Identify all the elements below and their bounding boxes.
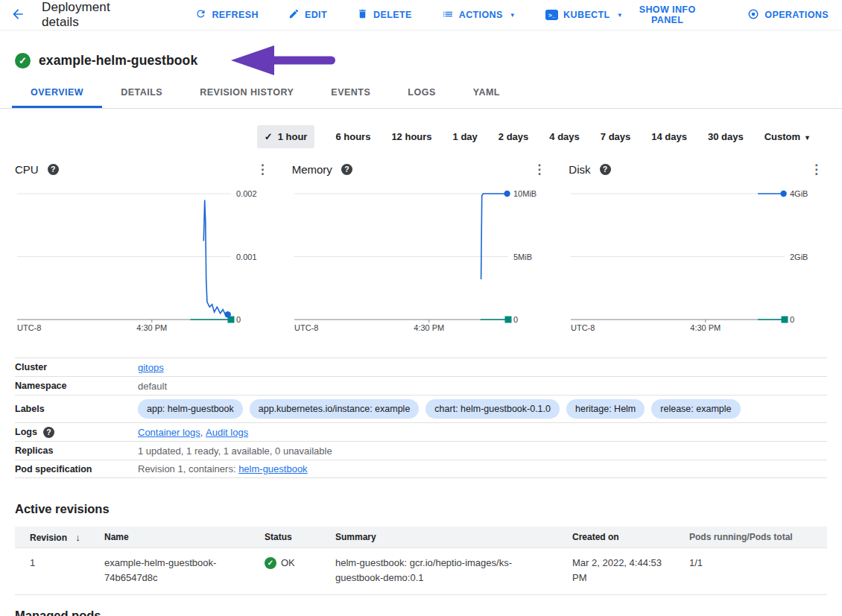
delete-icon: [357, 8, 368, 22]
time-range-1-hour[interactable]: ✓ 1 hour: [257, 125, 315, 148]
actions-menu-button[interactable]: ACTIONS ▼: [442, 8, 516, 22]
svg-text:4:30 PM: 4:30 PM: [691, 323, 721, 332]
revision-cell: 1: [15, 556, 104, 571]
svg-text:UTC-8: UTC-8: [17, 323, 41, 332]
toolbar-actions: REFRESH EDIT DELETE ACTIONS ▼ >_ KUBECTL…: [195, 8, 623, 22]
actions-list-icon: [442, 8, 454, 22]
deployment-details-list: Cluster gitops Namespace default Labels …: [15, 358, 827, 478]
svg-text:0: 0: [513, 315, 518, 324]
sort-desc-icon[interactable]: ↓: [75, 532, 80, 543]
page-title: Deployment details: [42, 0, 149, 30]
operations-icon: [747, 8, 759, 22]
operations-button[interactable]: OPERATIONS: [747, 8, 829, 22]
help-icon[interactable]: ?: [43, 427, 54, 438]
svg-text:UTC-8: UTC-8: [294, 323, 318, 332]
time-range-12-hours[interactable]: 12 hours: [391, 131, 431, 142]
time-range-6-hours[interactable]: 6 hours: [335, 131, 370, 142]
time-range-4-days[interactable]: 4 days: [549, 131, 579, 142]
table-header-row: Revision ↓ Name Status Summary Created o…: [15, 527, 827, 548]
svg-text:0.001: 0.001: [236, 253, 257, 261]
created-on-cell: Mar 2, 2022, 4:44:53 PM: [572, 556, 689, 585]
pods-cell: 1/1: [689, 556, 827, 571]
namespace-row: Namespace default: [15, 376, 827, 395]
container-logs-link[interactable]: Container logs: [138, 427, 200, 438]
cpu-chart: 0.0020.0010UTC-84:30 PM: [15, 183, 273, 332]
status-ok-icon: ✓: [265, 557, 276, 569]
label-chip: release: example: [651, 399, 740, 419]
namespace-value: default: [138, 381, 167, 392]
more-vert-icon[interactable]: ⋮: [252, 163, 273, 176]
memory-chart-title: Memory: [292, 163, 332, 176]
tab-overview[interactable]: OVERVIEW: [12, 78, 102, 108]
edit-icon: [288, 8, 300, 22]
cluster-link[interactable]: gitops: [138, 362, 164, 373]
kubectl-menu-button[interactable]: >_ KUBECTL ▼: [545, 10, 623, 20]
svg-text:0: 0: [790, 315, 794, 324]
disk-chart-title: Disk: [569, 163, 590, 176]
col-revision: Revision: [30, 533, 67, 543]
tab-logs[interactable]: LOGS: [389, 78, 454, 108]
svg-text:0.002: 0.002: [236, 189, 257, 198]
cpu-chart-title: CPU: [15, 163, 39, 176]
more-vert-icon[interactable]: ⋮: [805, 163, 827, 176]
svg-text:4GiB: 4GiB: [790, 189, 808, 198]
col-name: Name: [104, 532, 265, 542]
tab-yaml[interactable]: YAML: [455, 78, 519, 108]
time-range-30-days[interactable]: 30 days: [708, 131, 744, 142]
col-created-on: Created on: [572, 532, 689, 542]
metrics-charts: CPU ? ⋮ 0.0020.0010UTC-84:30 PM Memory ?…: [0, 158, 842, 332]
delete-button[interactable]: DELETE: [357, 8, 412, 22]
chevron-down-icon: ▼: [510, 12, 516, 19]
deployment-name: example-helm-guestbook: [39, 53, 197, 69]
replicas-row: Replicas 1 updated, 1 ready, 1 available…: [15, 441, 827, 460]
tab-bar: OVERVIEW DETAILS REVISION HISTORY EVENTS…: [0, 78, 842, 109]
cluster-label: Cluster: [15, 362, 138, 372]
container-link[interactable]: helm-guestbook: [238, 463, 308, 474]
namespace-label: Namespace: [15, 381, 138, 391]
tab-details[interactable]: DETAILS: [102, 78, 181, 108]
active-revisions-heading: Active revisions: [15, 502, 842, 516]
show-info-panel-button[interactable]: SHOW INFO PANEL: [623, 4, 712, 25]
chevron-down-icon: ▼: [804, 134, 811, 142]
cpu-chart-panel: CPU ? ⋮ 0.0020.0010UTC-84:30 PM: [15, 158, 273, 332]
name-cell: example-helm-guestbook-74b6547d8c: [104, 556, 265, 585]
time-range-custom[interactable]: Custom▼: [765, 131, 811, 142]
refresh-button[interactable]: REFRESH: [195, 8, 259, 22]
edit-button[interactable]: EDIT: [288, 8, 327, 22]
replicas-value: 1 updated, 1 ready, 1 available, 0 unava…: [138, 445, 332, 457]
status-text: OK: [281, 556, 295, 571]
svg-text:4:30 PM: 4:30 PM: [414, 323, 444, 332]
time-range-selector: ✓ 1 hour 6 hours 12 hours 1 day 2 days 4…: [0, 124, 811, 149]
labels-label: Labels: [15, 404, 138, 414]
pod-spec-label: Pod specification: [15, 464, 138, 474]
label-chip: heritage: Helm: [566, 399, 645, 419]
tab-revision-history[interactable]: REVISION HISTORY: [181, 78, 312, 108]
audit-logs-link[interactable]: Audit logs: [206, 427, 248, 438]
time-range-1-day[interactable]: 1 day: [453, 131, 478, 142]
disk-chart: 4GiB2GiB0UTC-84:30 PM: [569, 183, 827, 332]
deployment-header: ✓ example-helm-guestbook: [15, 50, 842, 71]
summary-cell: helm-guestbook: gcr.io/heptio-images/ks-…: [335, 556, 572, 585]
active-revisions-table: Revision ↓ Name Status Summary Created o…: [15, 527, 827, 595]
time-range-14-days[interactable]: 14 days: [651, 131, 687, 142]
tab-events[interactable]: EVENTS: [312, 78, 389, 108]
back-button[interactable]: [10, 7, 25, 24]
help-icon[interactable]: ?: [48, 164, 59, 175]
time-range-7-days[interactable]: 7 days: [601, 131, 630, 142]
check-icon: ✓: [265, 131, 273, 142]
refresh-icon: [195, 8, 206, 22]
help-icon[interactable]: ?: [341, 164, 352, 175]
annotation-arrow: [230, 44, 337, 80]
col-status: Status: [265, 532, 335, 542]
help-icon[interactable]: ?: [600, 164, 611, 175]
top-toolbar: Deployment details REFRESH EDIT DELETE A…: [0, 0, 842, 31]
label-chip: app.kubernetes.io/instance: example: [250, 399, 420, 419]
svg-text:10MiB: 10MiB: [513, 189, 536, 198]
svg-text:UTC-8: UTC-8: [571, 323, 595, 332]
svg-text:0: 0: [236, 315, 241, 324]
svg-text:4:30 PM: 4:30 PM: [136, 323, 167, 332]
terminal-icon: >_: [545, 10, 558, 20]
svg-text:2GiB: 2GiB: [790, 253, 808, 261]
time-range-2-days[interactable]: 2 days: [498, 131, 528, 142]
more-vert-icon[interactable]: ⋮: [528, 163, 550, 176]
